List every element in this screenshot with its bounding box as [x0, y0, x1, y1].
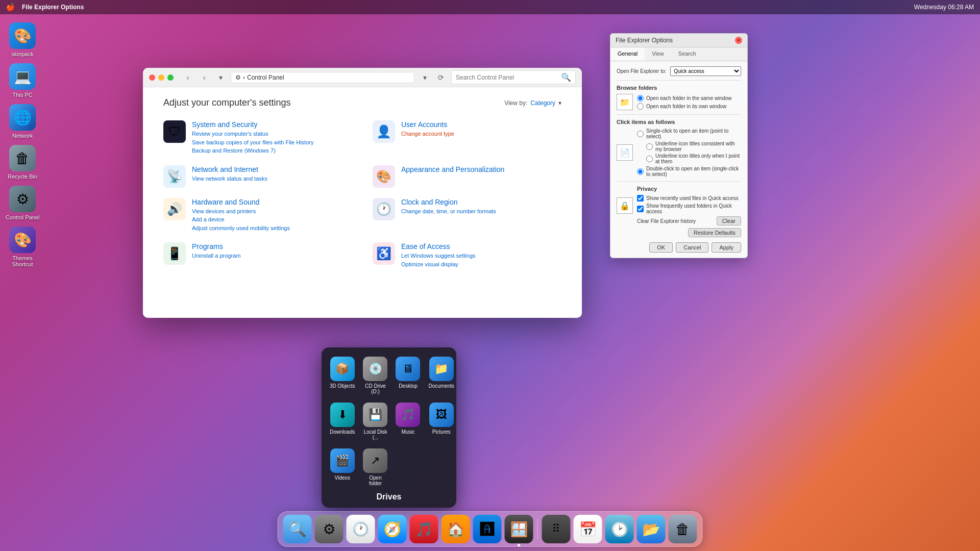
privacy-recent-checkbox[interactable] — [637, 195, 644, 202]
underline-always-option[interactable]: Underline icon titles consistent with my… — [646, 141, 741, 152]
desktop-icon-recycle[interactable]: 🗑 Recycle Bin — [2, 142, 43, 183]
user-accounts-link-1[interactable]: Change account type — [401, 130, 454, 138]
forward-button[interactable]: › — [198, 71, 210, 84]
minimize-button[interactable] — [158, 74, 164, 81]
desktop-icon-thispc[interactable]: 💻 This PC — [2, 60, 43, 101]
hardware-sound-link-2[interactable]: Add a device — [192, 215, 290, 224]
network-internet-link-1[interactable]: View network status and tasks — [192, 174, 267, 183]
tab-search[interactable]: Search — [671, 47, 703, 61]
open-fe-select[interactable]: Quick access This PC — [670, 66, 741, 76]
dock-clock[interactable]: 🕐 — [347, 515, 375, 543]
qa-downloads[interactable]: ⬇ Downloads — [328, 400, 357, 442]
desktop-icon-controlpanel[interactable]: ⚙ Control Panel — [2, 183, 43, 223]
dock-home[interactable]: 🏠 — [442, 515, 470, 543]
browse-new-radio[interactable] — [637, 103, 644, 110]
dock-safari[interactable]: 🧭 — [378, 515, 407, 543]
system-security-title[interactable]: System and Security — [192, 120, 313, 129]
divider-3 — [617, 181, 741, 182]
dock-timemachine[interactable]: 🕑 — [605, 515, 634, 543]
browse-same-radio[interactable] — [637, 95, 644, 102]
appearance-title[interactable]: Appearance and Personalization — [401, 165, 504, 173]
cp-viewby: View by: Category ▾ — [504, 99, 561, 107]
network-internet-icon: 📡 — [163, 165, 186, 188]
underline-always-radio[interactable] — [646, 143, 653, 150]
category-clock-region: 🕐 Clock and Region Change date, time, or… — [373, 198, 561, 233]
click-single-radio[interactable] — [637, 131, 644, 137]
apple-menu[interactable]: 🍎 — [6, 3, 15, 11]
click-single-option[interactable]: Single-click to open an item (point to s… — [637, 128, 741, 139]
browse-same-option[interactable]: Open each folder in the same window — [637, 95, 731, 102]
underline-hover-radio[interactable] — [646, 156, 653, 162]
tab-view[interactable]: View — [645, 47, 671, 61]
programs-link-1[interactable]: Uninstall a program — [192, 252, 240, 260]
dock-trash[interactable]: 🗑 — [669, 515, 697, 543]
category-user-accounts: 👤 User Accounts Change account type — [373, 120, 561, 155]
underline-hover-label: Underline icon titles only when I point … — [655, 153, 741, 164]
privacy-row: 🔒 Privacy Show recently used files in Qu… — [617, 186, 741, 226]
qa-openfolder[interactable]: ↗ Open folder — [361, 446, 389, 488]
ease-of-access-link-2[interactable]: Optimize visual display — [401, 260, 476, 269]
qa-desktop[interactable]: 🖥 Desktop — [394, 355, 422, 396]
cancel-button[interactable]: Cancel — [676, 242, 708, 253]
apply-button[interactable]: Apply — [712, 242, 741, 253]
dock-music[interactable]: 🎵 — [410, 515, 438, 543]
user-accounts-title[interactable]: User Accounts — [401, 120, 454, 129]
qa-music[interactable]: 🎵 Music — [394, 400, 422, 442]
dock-bootcamp[interactable]: 🪟 — [505, 515, 533, 543]
cp-search-input[interactable] — [456, 74, 558, 81]
clock-region-link-1[interactable]: Change date, time, or number formats — [401, 207, 496, 216]
category-system-security: 🛡 System and Security Review your comput… — [163, 120, 352, 155]
qa-videos[interactable]: 🎬 Videos — [328, 446, 357, 488]
clock-region-title[interactable]: Clock and Region — [401, 198, 496, 206]
close-button[interactable] — [149, 74, 155, 81]
viewby-value[interactable]: Category — [530, 99, 555, 107]
qa-documents[interactable]: 📁 Documents — [426, 355, 456, 396]
dropdown-button[interactable]: ▾ — [214, 71, 227, 84]
desktop-icon-network[interactable]: 🌐 Network — [2, 101, 43, 142]
underline-hover-option[interactable]: Underline icon titles only when I point … — [646, 153, 741, 164]
dock-calendar[interactable]: 📅 — [574, 515, 602, 543]
click-double-radio[interactable] — [637, 168, 644, 175]
privacy-recent-option[interactable]: Show recently used files in Quick access — [637, 195, 741, 202]
system-security-link-2[interactable]: Save backup copies of your files with Fi… — [192, 138, 313, 147]
dock-appstore[interactable]: 🅰 — [473, 515, 502, 543]
address-dropdown-button[interactable]: ▾ — [419, 71, 431, 84]
recycle-icon: 🗑 — [9, 145, 36, 171]
ok-button[interactable]: OK — [649, 242, 673, 253]
click-double-option[interactable]: Double-click to open an item (single-cli… — [637, 166, 741, 177]
network-internet-title[interactable]: Network and Internet — [192, 165, 267, 173]
clear-button[interactable]: Clear — [717, 216, 741, 226]
dock-finder[interactable]: 🔍 — [283, 515, 312, 543]
desktop-icon-skinpack[interactable]: 🎨 skinpack — [2, 19, 43, 60]
hardware-sound-link-3[interactable]: Adjust commonly used mobility settings — [192, 224, 290, 233]
qa-cddrive[interactable]: 💿 CD Drive (D:) — [361, 355, 389, 396]
ease-of-access-link-1[interactable]: Let Windows suggest settings — [401, 252, 476, 260]
qa-pictures[interactable]: 🖼 Pictures — [426, 400, 456, 442]
system-security-link-3[interactable]: Backup and Restore (Windows 7) — [192, 146, 313, 155]
network-label: Network — [12, 133, 33, 139]
privacy-frequent-option[interactable]: Show frequently used folders in Quick ac… — [637, 203, 741, 214]
restore-defaults-button[interactable]: Restore Defaults — [688, 228, 741, 237]
system-security-link-1[interactable]: Review your computer's status — [192, 130, 313, 138]
desktop-icon-themes[interactable]: 🎨 Themes Shortcut — [2, 223, 43, 270]
hardware-sound-title[interactable]: Hardware and Sound — [192, 198, 290, 206]
hardware-sound-link-1[interactable]: View devices and printers — [192, 207, 290, 216]
dock-files[interactable]: 📂 — [637, 515, 666, 543]
qa-localdisk[interactable]: 💾 Local Disk (... — [361, 400, 389, 442]
programs-title[interactable]: Programs — [192, 242, 240, 251]
qa-documents-icon: 📁 — [429, 357, 454, 381]
back-button[interactable]: ‹ — [182, 71, 194, 84]
privacy-frequent-checkbox[interactable] — [637, 206, 644, 212]
feo-close-button[interactable]: ✕ — [735, 37, 742, 44]
refresh-button[interactable]: ⟳ — [435, 71, 447, 84]
ease-of-access-title[interactable]: Ease of Access — [401, 242, 476, 251]
maximize-button[interactable] — [167, 74, 174, 81]
breadcrumb-gear-icon: ⚙ — [235, 74, 241, 81]
click-items-title: Click items as follows — [617, 119, 741, 125]
qa-3dobjects[interactable]: 📦 3D Objects — [328, 355, 357, 396]
dock-launchpad[interactable]: ⠿ — [542, 515, 571, 543]
dock-settings[interactable]: ⚙ — [315, 515, 344, 543]
tab-general[interactable]: General — [610, 47, 645, 61]
browse-new-option[interactable]: Open each folder in its own window — [637, 103, 731, 110]
viewby-label: View by: — [504, 99, 527, 107]
